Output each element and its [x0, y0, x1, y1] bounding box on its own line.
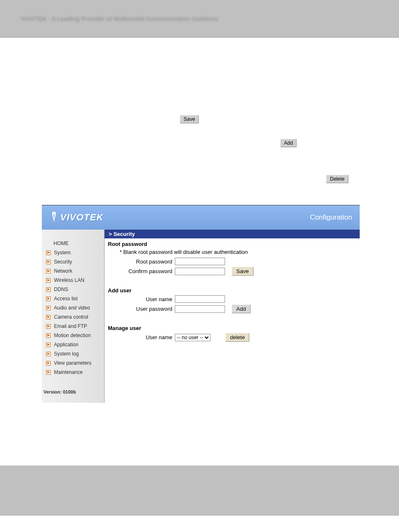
confirm-password-row: Confirm password Save [108, 267, 356, 276]
arrow-icon: ▶ [46, 352, 51, 356]
root-password-input[interactable] [175, 258, 225, 265]
logo-icon [49, 212, 59, 223]
top-banner: VIVOTEK - A Leading Provider of Multimed… [0, 0, 399, 38]
sidebar-item-motion-detection[interactable]: ▶ Motion detection [42, 331, 104, 340]
user-select[interactable]: -- no user -- [175, 334, 210, 341]
arrow-icon: ▶ [46, 251, 51, 255]
add-user-heading: Add user [108, 287, 356, 294]
user-password-row: User password Add [108, 304, 356, 313]
config-panel: VIVOTEK Configuration HOME ▶ System ▶ Se… [42, 205, 360, 403]
confirm-password-input[interactable] [175, 268, 225, 275]
delete-button[interactable]: delete [225, 333, 249, 342]
sidebar-item-system[interactable]: ▶ System [42, 248, 104, 257]
user-password-label: User password [108, 306, 175, 312]
sidebar-item-ddns[interactable]: ▶ DDNS [42, 285, 104, 294]
sidebar-item-label: Network [54, 268, 72, 274]
manage-user-section: Manage user User name -- no user -- dele… [105, 322, 360, 351]
username-label: User name [108, 296, 175, 302]
manage-user-heading: Manage user [108, 325, 356, 331]
floating-save-button[interactable]: Save [180, 115, 199, 123]
sidebar-item-audio-video[interactable]: ▶ Audio and video [42, 303, 104, 312]
sidebar-home[interactable]: HOME [42, 239, 104, 248]
sidebar-item-label: Maintenance [54, 369, 83, 375]
manage-username-label: User name [108, 334, 175, 340]
sidebar-item-label: Access list [54, 296, 78, 302]
arrow-icon: ▶ [46, 297, 51, 301]
section-title: > Security [105, 230, 360, 238]
config-label: Configuration [310, 213, 352, 222]
arrow-icon: ▶ [46, 370, 51, 375]
confirm-password-label: Confirm password [108, 268, 175, 274]
root-password-heading: Root password [108, 241, 356, 247]
manage-username-row: User name -- no user -- delete [108, 333, 356, 342]
username-input[interactable] [175, 295, 225, 303]
sidebar-item-network[interactable]: ▶ Network [42, 266, 104, 276]
sidebar-item-label: Camera control [54, 314, 88, 320]
arrow-icon: ▶ [46, 315, 51, 320]
arrow-icon: ▶ [46, 343, 51, 347]
add-user-section: Add user User name User password Add [105, 285, 360, 322]
sidebar-item-label: System log [54, 351, 79, 357]
save-button[interactable]: Save [232, 267, 253, 276]
sidebar-item-label: Application [54, 342, 79, 348]
root-password-section: Root password * Blank root password will… [105, 238, 360, 285]
sidebar: HOME ▶ System ▶ Security ▶ Network ▶ Wir… [42, 230, 105, 403]
sidebar-item-email-ftp[interactable]: ▶ Email and FTP [42, 322, 104, 331]
arrow-icon: ▶ [46, 278, 51, 283]
add-button[interactable]: Add [232, 304, 251, 313]
panel-header: VIVOTEK Configuration [42, 205, 360, 230]
svg-rect-1 [52, 212, 56, 213]
logo-text: VIVOTEK [60, 212, 104, 223]
arrow-icon: ▶ [46, 269, 51, 274]
bottom-bar [0, 466, 399, 516]
floating-delete-button[interactable]: Delete [326, 175, 348, 183]
logo: VIVOTEK [49, 212, 104, 223]
arrow-icon: ▶ [46, 333, 51, 338]
arrow-icon: ▶ [46, 306, 51, 310]
root-password-label: Root password [108, 258, 175, 265]
sidebar-item-system-log[interactable]: ▶ System log [42, 349, 104, 358]
panel-body: HOME ▶ System ▶ Security ▶ Network ▶ Wir… [42, 230, 360, 403]
sidebar-item-view-parameters[interactable]: ▶ View parameters [42, 358, 104, 368]
sidebar-item-security[interactable]: ▶ Security [42, 257, 104, 266]
floating-add-button[interactable]: Add [280, 139, 297, 147]
arrow-icon: ▶ [46, 361, 51, 366]
sidebar-item-maintenance[interactable]: ▶ Maintenance [42, 368, 104, 377]
spacer-area: Save Add Delete [0, 38, 399, 205]
root-password-note: * Blank root password will disable user … [108, 249, 356, 255]
username-row: User name [108, 295, 356, 303]
sidebar-item-label: Motion detection [54, 332, 91, 338]
arrow-icon: ▶ [46, 260, 51, 264]
arrow-icon: ▶ [46, 287, 51, 292]
user-password-input[interactable] [175, 305, 225, 313]
arrow-icon: ▶ [46, 324, 51, 329]
sidebar-item-label: View parameters [54, 360, 92, 366]
top-banner-text: VIVOTEK - A Leading Provider of Multimed… [21, 15, 219, 22]
version-label: Version: 0100b [42, 377, 104, 394]
sidebar-item-label: Email and FTP [54, 323, 87, 329]
sidebar-item-label: Audio and video [54, 305, 90, 311]
sidebar-item-label: DDNS [54, 286, 68, 292]
main-content: > Security Root password * Blank root pa… [105, 230, 360, 403]
sidebar-item-label: System [54, 250, 71, 256]
sidebar-item-label: Security [54, 259, 72, 265]
sidebar-item-camera-control[interactable]: ▶ Camera control [42, 312, 104, 322]
sidebar-item-application[interactable]: ▶ Application [42, 340, 104, 349]
root-password-row: Root password [108, 258, 356, 265]
sidebar-item-label: Wireless LAN [54, 277, 84, 283]
sidebar-item-access-list[interactable]: ▶ Access list [42, 294, 104, 303]
sidebar-item-wireless-lan[interactable]: ▶ Wireless LAN [42, 276, 104, 285]
